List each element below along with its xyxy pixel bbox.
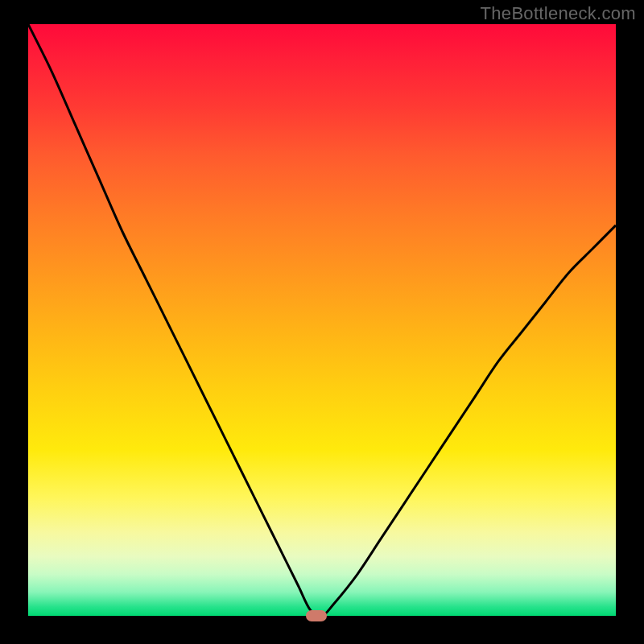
watermark-text: TheBottleneck.com bbox=[481, 3, 636, 24]
curve-path bbox=[28, 24, 616, 616]
bottleneck-curve bbox=[28, 24, 616, 616]
chart-frame: TheBottleneck.com bbox=[0, 0, 644, 644]
plot-area bbox=[28, 24, 616, 616]
minimum-marker bbox=[306, 610, 327, 621]
